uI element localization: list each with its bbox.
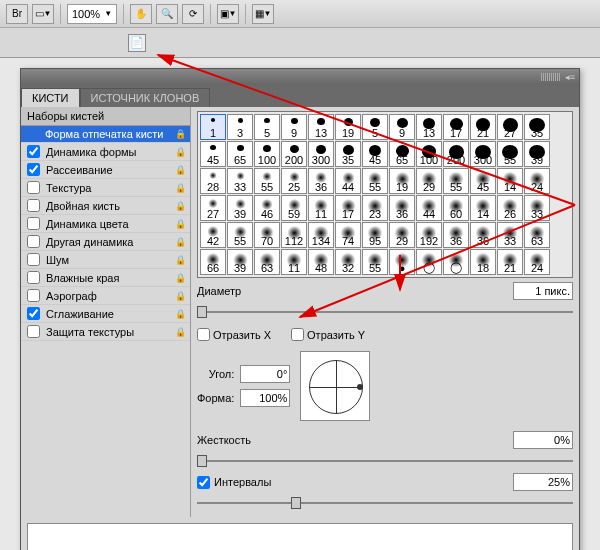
lock-icon[interactable]: 🔒 — [174, 290, 186, 302]
lock-icon[interactable]: 🔒 — [174, 182, 186, 194]
lock-icon[interactable]: 🔒 — [174, 128, 186, 140]
brush-tip-cell[interactable]: 39 — [227, 195, 253, 221]
option-checkbox[interactable] — [27, 325, 40, 338]
brush-option-row[interactable]: Текстура🔒 — [21, 179, 190, 197]
tab-clone-source[interactable]: ИСТОЧНИК КЛОНОВ — [80, 88, 211, 107]
brush-tip-cell[interactable]: 29 — [416, 168, 442, 194]
brush-option-row[interactable]: Влажные края🔒 — [21, 269, 190, 287]
zoom-combo[interactable]: 100%▼ — [67, 4, 117, 24]
brush-tip-cell[interactable]: 44 — [335, 168, 361, 194]
brush-tip-cell[interactable]: 55 — [227, 222, 253, 248]
brush-tip-cell[interactable]: 21 — [470, 114, 496, 140]
brush-tip-cell[interactable]: 13 — [416, 114, 442, 140]
option-checkbox[interactable] — [27, 181, 40, 194]
brush-tip-cell[interactable]: 45 — [470, 168, 496, 194]
lock-icon[interactable]: 🔒 — [174, 218, 186, 230]
brush-tip-cell[interactable]: 27 — [200, 195, 226, 221]
brush-tip-cell[interactable]: 24 — [524, 249, 550, 275]
brush-option-row[interactable]: Аэрограф🔒 — [21, 287, 190, 305]
brush-option-row[interactable]: Двойная кисть🔒 — [21, 197, 190, 215]
brush-tip-cell[interactable]: 9 — [389, 114, 415, 140]
brush-option-row[interactable]: Динамика формы🔒 — [21, 143, 190, 161]
brush-tip-cell[interactable]: 35 — [524, 114, 550, 140]
brush-tip-cell[interactable]: 21 — [497, 249, 523, 275]
angle-input[interactable] — [240, 365, 290, 383]
brush-tip-cell[interactable]: 39 — [227, 249, 253, 275]
brush-option-row[interactable]: Рассеивание🔒 — [21, 161, 190, 179]
brush-option-row[interactable]: Сглаживание🔒 — [21, 305, 190, 323]
lock-icon[interactable]: 🔒 — [174, 308, 186, 320]
option-checkbox[interactable] — [27, 163, 40, 176]
spacing-slider[interactable] — [197, 495, 573, 511]
brush-option-row[interactable]: Другая динамика🔒 — [21, 233, 190, 251]
brush-tip-cell[interactable]: 28 — [200, 168, 226, 194]
brush-tip-cell[interactable]: 5 — [254, 114, 280, 140]
brush-option-row[interactable]: Шум🔒 — [21, 251, 190, 269]
brush-tip-cell[interactable]: 24 — [524, 168, 550, 194]
brush-tip-cell[interactable]: 70 — [254, 222, 280, 248]
option-checkbox[interactable] — [27, 289, 40, 302]
brush-tip-cell[interactable]: 35 — [335, 141, 361, 167]
hand-tool-icon[interactable]: ✋ — [130, 4, 152, 24]
panel-menu-icon[interactable]: ◂≡ — [565, 72, 575, 82]
brush-tip-cell[interactable]: 300 — [470, 141, 496, 167]
brush-presets-header[interactable]: Наборы кистей — [21, 107, 190, 126]
film-icon[interactable]: ▭▼ — [32, 4, 54, 24]
brush-tip-cell[interactable]: 13 — [308, 114, 334, 140]
brush-tip-cell[interactable]: 32 — [335, 249, 361, 275]
brush-tip-cell[interactable]: 17 — [443, 114, 469, 140]
brush-tip-cell[interactable]: ● — [389, 249, 415, 275]
brush-tip-cell[interactable]: 36 — [308, 168, 334, 194]
brush-tip-cell[interactable]: 14 — [497, 168, 523, 194]
brush-tip-cell[interactable]: ◯ — [443, 249, 469, 275]
brush-tip-cell[interactable]: 14 — [470, 195, 496, 221]
brush-tip-cell[interactable]: 55 — [254, 168, 280, 194]
option-checkbox[interactable] — [27, 235, 40, 248]
option-checkbox[interactable] — [27, 145, 40, 158]
rotate-view-icon[interactable]: ⟳ — [182, 4, 204, 24]
panel-titlebar[interactable]: ◂≡ — [21, 69, 579, 85]
brush-tip-cell[interactable]: 36 — [443, 222, 469, 248]
brush-tip-cell[interactable]: 45 — [362, 141, 388, 167]
brush-tip-cell[interactable]: 59 — [281, 195, 307, 221]
brush-tip-cell[interactable]: 55 — [362, 249, 388, 275]
flip-x-checkbox[interactable]: Отразить X — [197, 328, 271, 341]
spacing-input[interactable] — [513, 473, 573, 491]
brush-tip-cell[interactable]: 11 — [281, 249, 307, 275]
brush-tip-cell[interactable]: 63 — [524, 222, 550, 248]
brush-tip-cell[interactable]: 1 — [200, 114, 226, 140]
brush-tip-cell[interactable]: 18 — [470, 249, 496, 275]
brush-tip-cell[interactable]: 74 — [335, 222, 361, 248]
brush-tip-cell[interactable]: 19 — [389, 168, 415, 194]
roundness-input[interactable] — [240, 389, 290, 407]
brush-tip-cell[interactable]: 45 — [200, 141, 226, 167]
brush-tip-cell[interactable]: 39 — [524, 141, 550, 167]
brush-tip-cell[interactable]: 48 — [308, 249, 334, 275]
option-checkbox[interactable] — [27, 253, 40, 266]
brush-tip-cell[interactable]: 55 — [443, 168, 469, 194]
lock-icon[interactable]: 🔒 — [174, 236, 186, 248]
brush-tip-cell[interactable]: 200 — [443, 141, 469, 167]
brush-tip-cell[interactable]: 55 — [497, 141, 523, 167]
brush-tip-cell[interactable]: 33 — [524, 195, 550, 221]
brush-tip-cell[interactable]: 25 — [281, 168, 307, 194]
brush-tip-cell[interactable]: 63 — [254, 249, 280, 275]
flip-y-checkbox[interactable]: Отразить Y — [291, 328, 365, 341]
brush-tip-cell[interactable]: 29 — [389, 222, 415, 248]
arrange-icon[interactable]: ▦▼ — [252, 4, 274, 24]
diameter-input[interactable] — [513, 282, 573, 300]
brush-tip-cell[interactable]: 36 — [470, 222, 496, 248]
option-checkbox[interactable] — [27, 307, 40, 320]
brush-tip-cell[interactable]: 192 — [416, 222, 442, 248]
brush-tip-cell[interactable]: 100 — [254, 141, 280, 167]
brush-tip-cell[interactable]: 33 — [227, 168, 253, 194]
brush-tip-cell[interactable]: 27 — [497, 114, 523, 140]
preset-picker-icon[interactable]: 📄 — [128, 34, 146, 52]
brush-tip-cell[interactable]: 60 — [443, 195, 469, 221]
zoom-tool-icon[interactable]: 🔍 — [156, 4, 178, 24]
tab-brushes[interactable]: КИСТИ — [21, 88, 80, 107]
brush-tip-cell[interactable]: 36 — [389, 195, 415, 221]
brush-tip-cell[interactable]: 44 — [416, 195, 442, 221]
brush-option-row[interactable]: Защита текстуры🔒 — [21, 323, 190, 341]
brush-tip-cell[interactable]: 17 — [335, 195, 361, 221]
